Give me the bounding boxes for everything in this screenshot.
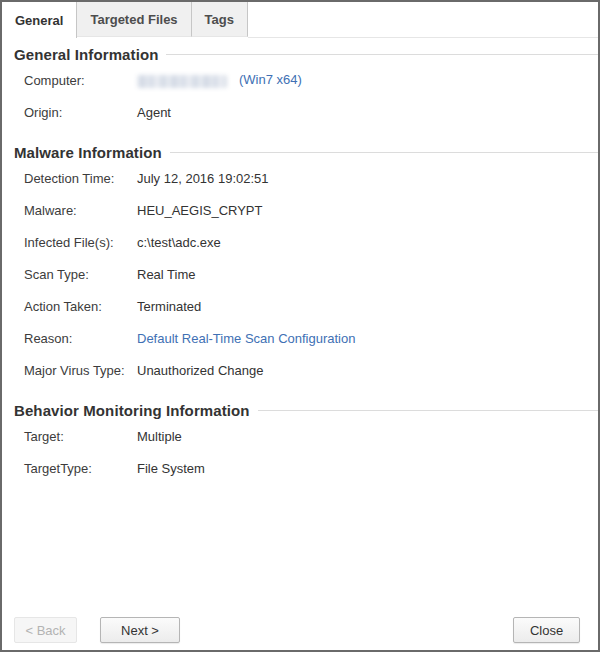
field-label: Malware: xyxy=(24,203,137,218)
field-label: Action Taken: xyxy=(24,299,137,314)
back-button[interactable]: < Back xyxy=(14,617,77,643)
close-button[interactable]: Close xyxy=(513,617,580,643)
field-label: Infected File(s): xyxy=(24,235,137,250)
value-text: Terminated xyxy=(137,299,201,314)
field-label: TargetType: xyxy=(24,461,137,476)
tab-tags[interactable]: Tags xyxy=(192,2,248,37)
section-header: General Information xyxy=(14,44,598,64)
field-value: Default Real-Time Scan Configuration xyxy=(137,331,355,346)
row-infected-file-s: Infected File(s):c:\test\adc.exe xyxy=(24,226,598,258)
field-value: c:\test\adc.exe xyxy=(137,235,221,250)
row-malware: Malware:HEU_AEGIS_CRYPT xyxy=(24,194,598,226)
field-value: Agent xyxy=(137,105,171,120)
value-text: HEU_AEGIS_CRYPT xyxy=(137,203,262,218)
field-value: (Win7 x64) xyxy=(137,72,302,87)
tab-general[interactable]: General xyxy=(2,2,77,38)
row-targettype: TargetType:File System xyxy=(24,452,598,484)
row-reason: Reason:Default Real-Time Scan Configurat… xyxy=(24,322,598,354)
tab-targeted-files[interactable]: Targeted Files xyxy=(77,2,191,37)
section-behavior-monitoring-information: Behavior Monitoring InformationTarget:Mu… xyxy=(14,400,598,484)
section-title: General Information xyxy=(14,46,158,63)
section-header: Behavior Monitoring Information xyxy=(14,400,598,420)
section-title: Behavior Monitoring Information xyxy=(14,402,250,419)
field-label: Detection Time: xyxy=(24,171,137,186)
value-text: File System xyxy=(137,461,205,476)
section-divider-line xyxy=(170,152,598,153)
value-text: July 12, 2016 19:02:51 xyxy=(137,171,269,186)
section-malware-information: Malware InformationDetection Time:July 1… xyxy=(14,142,598,386)
tab-bar: GeneralTargeted FilesTags xyxy=(2,2,598,38)
row-target: Target:Multiple xyxy=(24,420,598,452)
field-label: Scan Type: xyxy=(24,267,137,282)
section-divider-line xyxy=(166,54,598,55)
redacted-computer-name xyxy=(137,75,227,88)
value-text: Real Time xyxy=(137,267,196,282)
row-detection-time: Detection Time:July 12, 2016 19:02:51 xyxy=(24,162,598,194)
field-value: HEU_AEGIS_CRYPT xyxy=(137,203,262,218)
field-label: Origin: xyxy=(24,105,137,120)
value-text: Unauthorized Change xyxy=(137,363,263,378)
section-general-information: General InformationComputer:(Win7 x64)Or… xyxy=(14,44,598,128)
field-value: Multiple xyxy=(137,429,182,444)
row-major-virus-type: Major Virus Type:Unauthorized Change xyxy=(24,354,598,386)
field-value: July 12, 2016 19:02:51 xyxy=(137,171,269,186)
field-value: File System xyxy=(137,461,205,476)
field-label: Target: xyxy=(24,429,137,444)
malware-details-dialog: GeneralTargeted FilesTags General Inform… xyxy=(0,0,600,652)
row-scan-type: Scan Type:Real Time xyxy=(24,258,598,290)
row-computer: Computer:(Win7 x64) xyxy=(24,64,598,96)
value-text: Multiple xyxy=(137,429,182,444)
value-text: c:\test\adc.exe xyxy=(137,235,221,250)
row-action-taken: Action Taken:Terminated xyxy=(24,290,598,322)
reason-link[interactable]: Default Real-Time Scan Configuration xyxy=(137,331,355,346)
section-header: Malware Information xyxy=(14,142,598,162)
field-label: Computer: xyxy=(24,73,137,88)
value-text: Agent xyxy=(137,105,171,120)
section-title: Malware Information xyxy=(14,144,162,161)
next-button[interactable]: Next > xyxy=(100,617,180,643)
field-label: Reason: xyxy=(24,331,137,346)
dialog-content: General InformationComputer:(Win7 x64)Or… xyxy=(2,44,598,484)
field-label: Major Virus Type: xyxy=(24,363,137,378)
field-value: Terminated xyxy=(137,299,201,314)
section-divider-line xyxy=(258,410,598,411)
row-origin: Origin:Agent xyxy=(24,96,598,128)
dialog-footer: < Back Next > Close xyxy=(2,617,598,650)
field-value: Real Time xyxy=(137,267,196,282)
field-value: Unauthorized Change xyxy=(137,363,263,378)
computer-platform-link[interactable]: (Win7 x64) xyxy=(239,72,302,87)
